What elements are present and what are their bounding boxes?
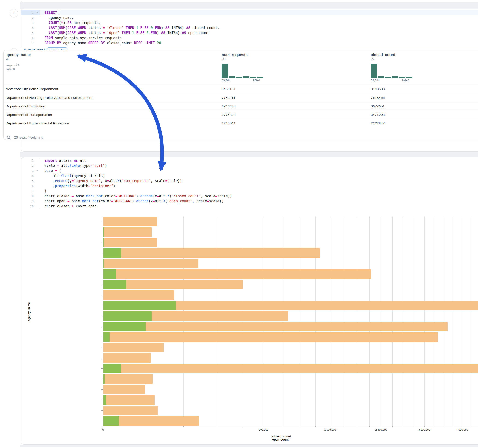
table-row[interactable]: New York City Police Department945313194… — [4, 85, 478, 93]
table-cell: Department of Environmental Protection — [6, 119, 69, 127]
gridline — [381, 216, 381, 426]
line-number: 2 — [21, 163, 40, 168]
code-line[interactable]: 7GROUP BY agency_name ORDER BY closed_co… — [21, 41, 478, 46]
y-axis-tick — [101, 243, 103, 243]
histogram-min-label: 53,304 — [222, 79, 230, 82]
code-text: scale = alt.Scale(type="sqrt") — [40, 163, 107, 168]
table-cell: 2222847 — [371, 119, 385, 127]
histogram-bar — [236, 77, 242, 78]
gridline — [264, 216, 264, 426]
gridline — [453, 216, 453, 426]
histogram-max-label: 9.5e6 — [253, 79, 260, 82]
gridline — [242, 216, 242, 426]
gridline — [392, 216, 393, 426]
open_count-bar — [103, 301, 176, 311]
y-axis-tick — [101, 222, 103, 222]
column-header[interactable]: agency_name — [6, 53, 31, 57]
collapse-chevron-icon[interactable]: ∨ — [37, 168, 38, 173]
table-row[interactable]: Department of Sanitation37494853677651 — [4, 102, 478, 110]
code-line[interactable]: 3∨base = ( — [21, 168, 478, 173]
histogram-min-label: 53,304 — [371, 79, 380, 82]
code-line[interactable]: 1import altair as alt — [21, 158, 478, 163]
y-axis-tick — [101, 358, 103, 358]
add-cell-button[interactable]: + — [10, 9, 18, 17]
row-count-label: 20 rows, 4 columns — [14, 136, 43, 139]
table-cell: 9443533 — [371, 85, 385, 93]
line-number: 6 — [21, 183, 40, 188]
x-axis-line — [103, 426, 478, 426]
column-histogram[interactable] — [222, 64, 263, 78]
open_count-bar — [103, 311, 152, 321]
line-number: 3 — [21, 20, 40, 25]
table-cell: Department of Housing Preservation and D… — [6, 93, 93, 102]
code-line[interactable]: 5 CAST(SUM(CASE WHEN status = 'Open' THE… — [21, 31, 478, 36]
open_count-bar — [103, 280, 126, 289]
line-number: 1 — [21, 158, 40, 163]
y-axis-tick — [101, 264, 103, 264]
code-line[interactable]: 2scale = alt.Scale(type="sqrt") — [21, 163, 478, 168]
y-axis-tick — [101, 421, 103, 421]
y-axis-tick — [101, 327, 103, 327]
open_count-bar — [103, 249, 121, 258]
sql-code-editor[interactable]: 1∨SELECT2 agency_name,3 COUNT(*) AS num_… — [21, 10, 478, 46]
result-table: agency_namestrunique: 20nulls: 0num_requ… — [3, 50, 478, 140]
column-histogram[interactable] — [371, 64, 412, 78]
histogram-bar — [378, 76, 384, 78]
y-axis-tick — [101, 316, 103, 316]
code-text: alt.Chart(agency_tickets) — [40, 173, 105, 178]
code-line[interactable]: 6 .properties(width="container") — [21, 183, 478, 188]
line-number: 7 — [21, 188, 40, 193]
table-row[interactable]: Department of Housing Preservation and D… — [4, 93, 478, 102]
code-line[interactable]: 3 COUNT(*) AS num_requests, — [21, 20, 478, 25]
code-line[interactable]: 1∨SELECT — [21, 10, 478, 15]
histogram-bar — [229, 76, 235, 78]
code-line[interactable]: 10chart_closed + chart_open — [21, 204, 478, 209]
table-cell: 2240041 — [222, 119, 235, 127]
open_count-bar — [103, 259, 104, 268]
python-code-editor[interactable]: 1import altair as alt2scale = alt.Scale(… — [21, 158, 478, 209]
table-row[interactable]: Department of Transportation377489234719… — [4, 110, 478, 119]
open_count-bar — [103, 227, 104, 237]
open_count-bar — [103, 269, 116, 279]
code-line[interactable]: 8chart_closed = base.mark_bar(color="#FF… — [21, 193, 478, 199]
histogram-bar — [399, 77, 405, 78]
line-number: 9 — [21, 199, 40, 204]
column-header[interactable]: closed_count — [371, 53, 395, 57]
table-row[interactable]: Department of Environmental Protection22… — [4, 119, 478, 127]
code-text: base = ( — [40, 168, 61, 173]
code-line[interactable]: 6FROM sample_data.nyc.service_requests — [21, 36, 478, 41]
code-text: FROM sample_data.nyc.service_requests — [40, 36, 121, 41]
search-icon[interactable] — [6, 135, 12, 140]
table-cell: Department of Transportation — [6, 110, 52, 119]
column-type: i64 — [222, 58, 226, 61]
column-header[interactable]: num_requests — [222, 53, 248, 57]
code-line[interactable]: 7) — [21, 188, 478, 193]
python-cell: 1import altair as alt2scale = alt.Scale(… — [21, 157, 478, 445]
code-line[interactable]: 2 agency_name, — [21, 15, 478, 20]
gridline — [434, 216, 434, 426]
code-line[interactable]: 5 .encode(y="agency_name", x=alt.X("num_… — [21, 178, 478, 183]
column-stat: nulls: 0 — [6, 68, 15, 71]
cell-gap — [20, 2, 478, 9]
y-axis-tick — [101, 295, 103, 295]
code-text: agency_name, — [40, 15, 74, 20]
open_count-bar — [103, 322, 146, 331]
table-cell: Department of Sanitation — [6, 102, 45, 110]
x-axis-title: closed_count, open_count — [272, 435, 292, 441]
gridline — [183, 216, 183, 426]
closed_count-bar — [103, 238, 157, 248]
histogram-bar — [371, 64, 377, 78]
histogram-bar — [392, 76, 398, 78]
table-cell: 9453131 — [222, 85, 235, 93]
collapse-chevron-icon[interactable]: ∨ — [37, 10, 38, 15]
gridline — [403, 216, 404, 426]
code-text: CAST(SUM(CASE WHEN status = 'Closed' THE… — [40, 25, 220, 31]
histogram-bar — [385, 77, 391, 78]
histogram-bar — [250, 77, 256, 78]
code-line[interactable]: 9chart_open = base.mark_bar(color="#8BC3… — [21, 199, 478, 204]
closed_count-bar — [103, 217, 157, 227]
code-text: COUNT(*) AS num_requests, — [40, 20, 101, 25]
code-line[interactable]: 4 CAST(SUM(CASE WHEN status = 'Closed' T… — [21, 25, 478, 31]
closed_count-bar — [103, 332, 438, 342]
code-line[interactable]: 4 alt.Chart(agency_tickets) — [21, 173, 478, 178]
